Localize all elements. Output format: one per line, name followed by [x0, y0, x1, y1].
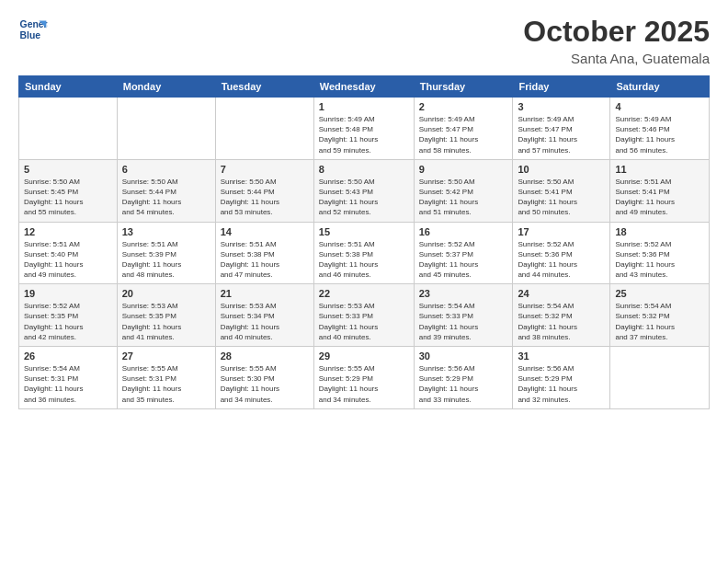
week-row: 5Sunrise: 5:50 AM Sunset: 5:45 PM Daylig…: [19, 159, 710, 222]
day-header-wednesday: Wednesday: [313, 76, 414, 98]
day-header-sunday: Sunday: [19, 76, 118, 98]
day-number: 22: [319, 288, 409, 299]
calendar-cell: [215, 98, 313, 160]
calendar-cell: 19Sunrise: 5:52 AM Sunset: 5:35 PM Dayli…: [19, 284, 118, 347]
calendar-cell: 21Sunrise: 5:53 AM Sunset: 5:34 PM Dayli…: [215, 284, 313, 347]
calendar-cell: 3Sunrise: 5:49 AM Sunset: 5:47 PM Daylig…: [513, 98, 610, 160]
week-row: 26Sunrise: 5:54 AM Sunset: 5:31 PM Dayli…: [19, 347, 710, 409]
calendar-cell: 22Sunrise: 5:53 AM Sunset: 5:33 PM Dayli…: [313, 284, 414, 347]
day-number: 1: [319, 101, 409, 112]
day-number: 20: [122, 288, 210, 299]
calendar-page: General Blue October 2025 Santa Ana, Gua…: [0, 0, 728, 563]
calendar-cell: [610, 347, 710, 409]
day-number: 9: [419, 164, 508, 175]
day-number: 10: [518, 164, 605, 175]
day-info: Sunrise: 5:55 AM Sunset: 5:29 PM Dayligh…: [319, 363, 409, 405]
day-info: Sunrise: 5:49 AM Sunset: 5:47 PM Dayligh…: [419, 114, 508, 155]
calendar-cell: 28Sunrise: 5:55 AM Sunset: 5:30 PM Dayli…: [215, 347, 313, 409]
day-info: Sunrise: 5:50 AM Sunset: 5:42 PM Dayligh…: [419, 177, 508, 218]
calendar-cell: 29Sunrise: 5:55 AM Sunset: 5:29 PM Dayli…: [313, 347, 414, 409]
day-number: 5: [24, 164, 112, 175]
calendar-cell: 5Sunrise: 5:50 AM Sunset: 5:45 PM Daylig…: [19, 159, 118, 222]
month-title: October 2025: [523, 15, 710, 49]
day-info: Sunrise: 5:49 AM Sunset: 5:48 PM Dayligh…: [319, 114, 409, 155]
calendar-cell: 12Sunrise: 5:51 AM Sunset: 5:40 PM Dayli…: [19, 222, 118, 284]
day-info: Sunrise: 5:54 AM Sunset: 5:33 PM Dayligh…: [419, 301, 508, 342]
calendar-cell: 15Sunrise: 5:51 AM Sunset: 5:38 PM Dayli…: [313, 222, 414, 284]
calendar-cell: [117, 98, 215, 160]
calendar-cell: 1Sunrise: 5:49 AM Sunset: 5:48 PM Daylig…: [313, 98, 414, 160]
logo-icon: General Blue: [18, 15, 48, 44]
day-number: 19: [24, 288, 112, 299]
day-number: 24: [518, 288, 605, 299]
day-number: 8: [319, 164, 409, 175]
header-row: SundayMondayTuesdayWednesdayThursdayFrid…: [19, 76, 710, 98]
day-number: 2: [419, 101, 508, 112]
calendar-cell: 31Sunrise: 5:56 AM Sunset: 5:29 PM Dayli…: [513, 347, 610, 409]
day-number: 7: [221, 164, 309, 175]
day-info: Sunrise: 5:54 AM Sunset: 5:32 PM Dayligh…: [615, 301, 704, 342]
calendar-cell: 10Sunrise: 5:50 AM Sunset: 5:41 PM Dayli…: [513, 159, 610, 222]
day-info: Sunrise: 5:53 AM Sunset: 5:35 PM Dayligh…: [122, 301, 210, 342]
calendar-cell: 9Sunrise: 5:50 AM Sunset: 5:42 PM Daylig…: [414, 159, 513, 222]
location: Santa Ana, Guatemala: [523, 51, 710, 66]
day-number: 11: [615, 164, 704, 175]
calendar-cell: 2Sunrise: 5:49 AM Sunset: 5:47 PM Daylig…: [414, 98, 513, 160]
day-number: 29: [319, 350, 409, 362]
day-info: Sunrise: 5:54 AM Sunset: 5:31 PM Dayligh…: [24, 363, 112, 405]
calendar-cell: 25Sunrise: 5:54 AM Sunset: 5:32 PM Dayli…: [610, 284, 710, 347]
day-info: Sunrise: 5:52 AM Sunset: 5:36 PM Dayligh…: [518, 239, 605, 281]
day-info: Sunrise: 5:52 AM Sunset: 5:36 PM Dayligh…: [615, 239, 704, 281]
calendar-cell: 13Sunrise: 5:51 AM Sunset: 5:39 PM Dayli…: [117, 222, 215, 284]
day-number: 13: [122, 226, 210, 237]
day-number: 27: [122, 350, 210, 362]
calendar-cell: 24Sunrise: 5:54 AM Sunset: 5:32 PM Dayli…: [513, 284, 610, 347]
day-info: Sunrise: 5:55 AM Sunset: 5:31 PM Dayligh…: [122, 363, 210, 405]
day-number: 6: [122, 164, 210, 175]
day-info: Sunrise: 5:51 AM Sunset: 5:41 PM Dayligh…: [615, 177, 704, 218]
day-number: 12: [24, 226, 112, 237]
day-header-saturday: Saturday: [610, 76, 710, 98]
calendar-cell: 26Sunrise: 5:54 AM Sunset: 5:31 PM Dayli…: [19, 347, 118, 409]
day-header-thursday: Thursday: [414, 76, 513, 98]
day-number: 3: [518, 101, 605, 112]
svg-text:Blue: Blue: [20, 30, 41, 40]
day-number: 14: [221, 226, 309, 237]
day-info: Sunrise: 5:54 AM Sunset: 5:32 PM Dayligh…: [518, 301, 605, 342]
day-header-monday: Monday: [117, 76, 215, 98]
calendar-cell: 17Sunrise: 5:52 AM Sunset: 5:36 PM Dayli…: [513, 222, 610, 284]
title-block: October 2025 Santa Ana, Guatemala: [523, 15, 710, 66]
day-info: Sunrise: 5:50 AM Sunset: 5:41 PM Dayligh…: [518, 177, 605, 218]
day-number: 16: [419, 226, 508, 237]
day-info: Sunrise: 5:50 AM Sunset: 5:43 PM Dayligh…: [319, 177, 409, 218]
day-info: Sunrise: 5:56 AM Sunset: 5:29 PM Dayligh…: [419, 363, 508, 405]
calendar-cell: 18Sunrise: 5:52 AM Sunset: 5:36 PM Dayli…: [610, 222, 710, 284]
day-number: 30: [419, 350, 508, 362]
calendar-cell: 23Sunrise: 5:54 AM Sunset: 5:33 PM Dayli…: [414, 284, 513, 347]
day-number: 31: [518, 350, 605, 362]
day-header-friday: Friday: [513, 76, 610, 98]
calendar-cell: 30Sunrise: 5:56 AM Sunset: 5:29 PM Dayli…: [414, 347, 513, 409]
page-header: General Blue October 2025 Santa Ana, Gua…: [18, 15, 710, 66]
day-info: Sunrise: 5:49 AM Sunset: 5:46 PM Dayligh…: [615, 114, 704, 155]
day-info: Sunrise: 5:50 AM Sunset: 5:45 PM Dayligh…: [24, 177, 112, 218]
day-info: Sunrise: 5:51 AM Sunset: 5:38 PM Dayligh…: [221, 239, 309, 281]
day-number: 17: [518, 226, 605, 237]
day-number: 21: [221, 288, 309, 299]
calendar-cell: [19, 98, 118, 160]
calendar-cell: 7Sunrise: 5:50 AM Sunset: 5:44 PM Daylig…: [215, 159, 313, 222]
day-info: Sunrise: 5:51 AM Sunset: 5:40 PM Dayligh…: [24, 239, 112, 281]
day-info: Sunrise: 5:55 AM Sunset: 5:30 PM Dayligh…: [221, 363, 309, 405]
day-info: Sunrise: 5:51 AM Sunset: 5:38 PM Dayligh…: [319, 239, 409, 281]
calendar-cell: 4Sunrise: 5:49 AM Sunset: 5:46 PM Daylig…: [610, 98, 710, 160]
calendar-cell: 6Sunrise: 5:50 AM Sunset: 5:44 PM Daylig…: [117, 159, 215, 222]
week-row: 1Sunrise: 5:49 AM Sunset: 5:48 PM Daylig…: [19, 98, 710, 160]
calendar-cell: 11Sunrise: 5:51 AM Sunset: 5:41 PM Dayli…: [610, 159, 710, 222]
day-info: Sunrise: 5:52 AM Sunset: 5:35 PM Dayligh…: [24, 301, 112, 342]
day-number: 15: [319, 226, 409, 237]
day-number: 26: [24, 350, 112, 362]
day-info: Sunrise: 5:56 AM Sunset: 5:29 PM Dayligh…: [518, 363, 605, 405]
day-info: Sunrise: 5:53 AM Sunset: 5:34 PM Dayligh…: [221, 301, 309, 342]
day-number: 28: [221, 350, 309, 362]
calendar-cell: 20Sunrise: 5:53 AM Sunset: 5:35 PM Dayli…: [117, 284, 215, 347]
